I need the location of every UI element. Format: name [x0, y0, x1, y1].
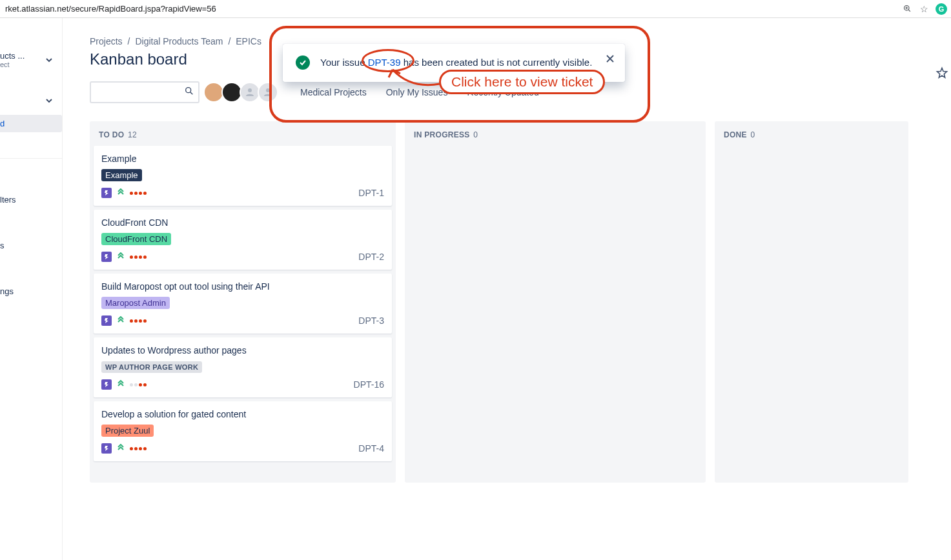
epic-type-icon: [101, 443, 112, 454]
epic-type-icon: [101, 252, 112, 262]
epic-type-icon: [101, 188, 112, 198]
issue-key[interactable]: DPT-1: [358, 188, 384, 198]
days-in-column-dots: [130, 319, 147, 323]
issue-card[interactable]: Develop a solution for gated contentProj…: [94, 401, 392, 461]
card-footer: DPT-1: [101, 188, 384, 198]
epic-label[interactable]: Maropost Admin: [101, 297, 170, 309]
days-in-column-dots: [130, 447, 147, 450]
column-header: DONE 0: [715, 121, 908, 146]
card-title: CloudFront CDN: [101, 217, 384, 228]
sidebar-section-toggle[interactable]: [0, 90, 62, 111]
quick-filter-medical[interactable]: Medical Projects: [300, 87, 367, 97]
sidebar-item-filters[interactable]: lters: [0, 191, 62, 208]
issue-card[interactable]: Updates to Wordpress author pagesWP AUTH…: [94, 337, 392, 397]
close-icon[interactable]: [606, 54, 615, 66]
priority-icon: [116, 252, 126, 262]
issue-key[interactable]: DPT-16: [354, 379, 384, 390]
sidebar-item-board[interactable]: d: [0, 115, 62, 132]
svg-point-6: [248, 88, 252, 92]
days-in-column-dots: [130, 192, 147, 195]
svg-point-7: [266, 88, 270, 92]
breadcrumb-separator: /: [228, 36, 230, 46]
card-title: Build Maropost opt out tool using their …: [101, 281, 384, 292]
sidebar-item-s[interactable]: s: [0, 237, 62, 254]
card-title: Develop a solution for gated content: [101, 409, 384, 419]
kanban-board: TO DO 12 ExampleExampleDPT-1CloudFront C…: [90, 121, 951, 483]
assignee-avatars: [206, 82, 278, 103]
sidebar-item-label: lters: [0, 195, 16, 205]
column-count: 0: [751, 130, 755, 139]
grammarly-icon[interactable]: G: [936, 3, 947, 15]
epic-type-icon: [101, 315, 112, 326]
issue-card[interactable]: ExampleExampleDPT-1: [94, 146, 392, 206]
issue-key[interactable]: DPT-3: [358, 315, 384, 326]
card-footer: DPT-2: [101, 252, 384, 262]
card-footer: DPT-3: [101, 315, 384, 326]
search-icon[interactable]: [184, 86, 194, 99]
search-wrap: [90, 81, 199, 103]
success-flag: Your issue DPT-39 has been created but i…: [283, 44, 625, 82]
days-in-column-dots: [130, 255, 147, 259]
main-content: Projects / Digital Products Team / EPICs…: [63, 18, 951, 560]
priority-icon: [116, 443, 126, 454]
priority-icon: [116, 315, 126, 326]
breadcrumb-separator: /: [128, 36, 130, 46]
avatar[interactable]: [258, 82, 278, 103]
sidebar-project-header[interactable]: ucts ... ect: [0, 47, 62, 72]
card-meta: [101, 252, 147, 262]
star-button[interactable]: [933, 61, 951, 85]
epic-label[interactable]: WP AUTHOR PAGE WORK: [101, 361, 202, 373]
browser-url-bar: rket.atlassian.net/secure/RapidBoard.jsp…: [0, 0, 951, 18]
card-meta: [101, 315, 147, 326]
quick-filter-recent[interactable]: Recently Updated: [467, 87, 538, 97]
breadcrumb-epics[interactable]: EPICs: [236, 36, 261, 46]
board-toolbar: Medical Projects Only My Issues Recently…: [90, 81, 951, 103]
card-footer: DPT-16: [101, 379, 384, 390]
project-name: ucts ...: [0, 51, 25, 61]
column-count: 12: [128, 130, 137, 139]
card-meta: [101, 188, 147, 198]
issue-card[interactable]: Build Maropost opt out tool using their …: [94, 274, 392, 334]
bookmark-star-icon[interactable]: ☆: [919, 4, 929, 14]
days-in-column-dots: [130, 383, 147, 386]
project-subtitle: ect: [0, 61, 25, 68]
flag-text-post: has been created but is not currently vi…: [401, 57, 593, 68]
epic-type-icon: [101, 379, 112, 390]
url-bar-icons: ☆ G: [902, 3, 947, 15]
svg-line-1: [908, 10, 910, 12]
quick-filter-my-issues[interactable]: Only My Issues: [386, 87, 448, 97]
column-name: TO DO: [99, 130, 124, 139]
chevron-down-icon[interactable]: [43, 54, 56, 66]
url-text: rket.atlassian.net/secure/RapidBoard.jsp…: [5, 4, 946, 14]
issue-key[interactable]: DPT-4: [358, 443, 384, 454]
column-done: DONE 0: [715, 121, 908, 483]
column-name: IN PROGRESS: [414, 130, 470, 139]
sidebar-item-label: ngs: [0, 286, 14, 296]
zoom-icon[interactable]: [902, 4, 912, 14]
card-meta: [101, 379, 147, 390]
column-todo: TO DO 12 ExampleExampleDPT-1CloudFront C…: [90, 121, 396, 483]
issue-key[interactable]: DPT-2: [358, 252, 384, 262]
priority-icon: [116, 379, 126, 390]
success-check-icon: [296, 55, 310, 70]
breadcrumb-team[interactable]: Digital Products Team: [135, 36, 223, 46]
epic-label[interactable]: Example: [101, 169, 142, 181]
issue-card[interactable]: CloudFront CDNCloudFront CDNDPT-2: [94, 210, 392, 270]
flag-text-pre: Your issue: [320, 57, 368, 68]
column-header: IN PROGRESS 0: [405, 121, 706, 146]
card-meta: [101, 443, 147, 454]
sidebar-item-label: s: [0, 241, 5, 250]
sidebar-item-settings[interactable]: ngs: [0, 283, 62, 300]
epic-label[interactable]: Project Zuul: [101, 425, 154, 437]
breadcrumb-projects[interactable]: Projects: [90, 36, 123, 46]
column-count: 0: [473, 130, 478, 139]
column-name: DONE: [724, 130, 747, 139]
card-title: Updates to Wordpress author pages: [101, 345, 384, 355]
flag-issue-link[interactable]: DPT-39: [368, 57, 401, 68]
svg-point-4: [186, 88, 191, 93]
priority-icon: [116, 188, 126, 198]
search-input[interactable]: [90, 81, 199, 103]
chevron-down-icon[interactable]: [43, 94, 56, 107]
svg-line-5: [190, 92, 193, 95]
epic-label[interactable]: CloudFront CDN: [101, 233, 171, 245]
